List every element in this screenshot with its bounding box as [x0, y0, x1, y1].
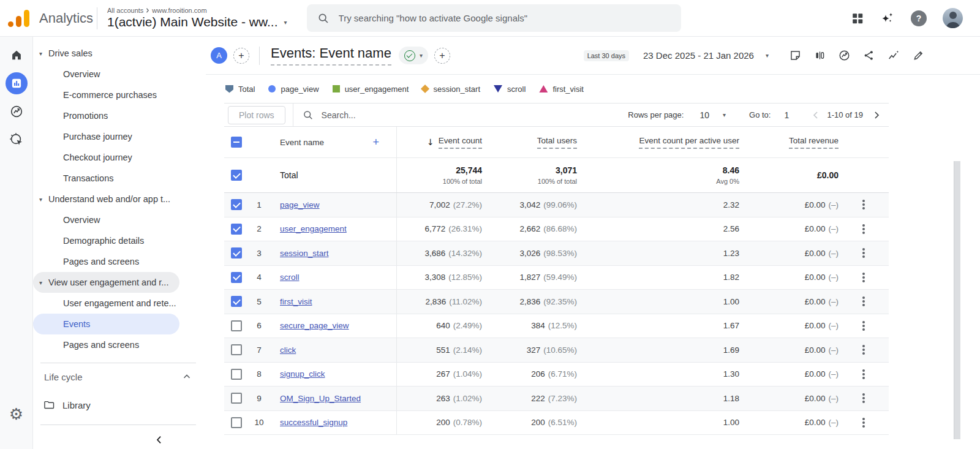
row-checkbox[interactable]: [231, 272, 242, 283]
row-checkbox[interactable]: [231, 417, 242, 428]
rail-settings-button[interactable]: ⚙: [9, 405, 23, 423]
row-checkbox[interactable]: [231, 393, 242, 404]
row-menu-kebab-icon[interactable]: [862, 300, 865, 303]
row-menu-kebab-icon[interactable]: [862, 349, 865, 351]
row-menu-kebab-icon[interactable]: [862, 228, 865, 230]
sidebar-item-overview[interactable]: Overview: [33, 209, 179, 230]
event-name-link[interactable]: page_view: [280, 200, 320, 209]
column-header-total-users[interactable]: Total users: [537, 136, 577, 149]
select-all-checkbox[interactable]: [231, 137, 242, 148]
expand-arrow-icon[interactable]: ▾: [33, 279, 48, 286]
sidebar-item-view-user-engagement-and-r[interactable]: ▾View user engagement and r...: [33, 272, 179, 293]
explore-icon[interactable]: [838, 49, 851, 62]
event-name-link[interactable]: successful_signup: [280, 418, 347, 427]
row-menu-kebab-icon[interactable]: [862, 325, 865, 327]
apps-grid-icon[interactable]: [851, 12, 864, 25]
event-name-link[interactable]: first_visit: [280, 297, 312, 306]
column-header-event-count[interactable]: Event count: [439, 136, 482, 149]
event-name-link[interactable]: scroll: [280, 273, 300, 282]
chevron-up-icon[interactable]: [181, 371, 192, 382]
row-checkbox[interactable]: [231, 344, 242, 355]
row-menu-kebab-icon[interactable]: [862, 421, 865, 424]
table-search-input[interactable]: [322, 110, 432, 120]
rail-home-button[interactable]: [6, 44, 28, 66]
global-search[interactable]: [307, 4, 681, 32]
report-status-badge[interactable]: ▾: [399, 47, 428, 64]
property-name[interactable]: 1(actvie) Main Website - ww...: [107, 15, 278, 29]
sidebar-item-transactions[interactable]: Transactions: [33, 168, 179, 189]
event-name-link[interactable]: secure_page_view: [280, 321, 349, 330]
total-row-checkbox[interactable]: [231, 170, 242, 181]
global-search-input[interactable]: [339, 13, 671, 23]
table-search[interactable]: [293, 104, 458, 126]
collapse-sidebar-icon[interactable]: [153, 434, 165, 446]
row-checkbox[interactable]: [231, 247, 242, 258]
help-icon[interactable]: ?: [911, 10, 927, 26]
sidebar-item-library[interactable]: Library: [33, 393, 206, 417]
event-name-link[interactable]: signup_click: [280, 369, 325, 379]
row-checkbox[interactable]: [231, 369, 242, 380]
gemini-sparkle-icon[interactable]: [880, 11, 895, 26]
rail-advertising-button[interactable]: [6, 129, 28, 151]
row-menu-kebab-icon[interactable]: [862, 373, 865, 375]
expand-arrow-icon[interactable]: ▾: [33, 50, 48, 57]
insights-icon[interactable]: [887, 49, 900, 62]
sidebar-item-drive-sales[interactable]: ▾Drive sales: [33, 43, 179, 64]
user-avatar[interactable]: [943, 8, 963, 28]
share-icon[interactable]: [862, 49, 875, 62]
row-checkbox[interactable]: [231, 296, 242, 307]
row-menu-kebab-icon[interactable]: [862, 203, 865, 206]
event-count-cell: 263(1.02%): [396, 387, 482, 410]
sidebar-item-user-engagement-and-rete[interactable]: User engagement and rete...: [33, 293, 179, 314]
column-header-event-count-per-active-user[interactable]: Event count per active user: [639, 136, 739, 149]
rail-explore-button[interactable]: [6, 100, 28, 123]
expand-arrow-icon[interactable]: ▾: [33, 196, 48, 203]
row-checkbox[interactable]: [231, 199, 242, 210]
comparison-icon[interactable]: [813, 49, 826, 62]
event-name-link[interactable]: session_start: [280, 249, 329, 258]
column-header-total-revenue[interactable]: Total revenue: [789, 136, 839, 149]
event-name-link[interactable]: OM_Sign_Up_Started: [280, 394, 361, 403]
table-row: 7click551(2.14%)327(10.65%)1.69£0.00(–): [224, 338, 889, 363]
vertical-scrollbar[interactable]: [954, 161, 960, 439]
breadcrumb-all-accounts[interactable]: All accounts: [107, 7, 143, 14]
chevron-right-icon: [144, 7, 151, 14]
previous-page-button[interactable]: [810, 109, 822, 121]
row-menu-kebab-icon[interactable]: [862, 276, 865, 279]
chevron-down-icon[interactable]: ▾: [284, 19, 287, 26]
breadcrumb-site[interactable]: www.frooition.com: [152, 7, 206, 14]
event-name-link[interactable]: click: [280, 345, 296, 355]
sidebar-item-events[interactable]: Events: [33, 314, 179, 334]
row-checkbox[interactable]: [231, 320, 242, 331]
sidebar-item-demographic-details[interactable]: Demographic details: [33, 230, 179, 251]
row-checkbox[interactable]: [231, 224, 242, 235]
edit-icon[interactable]: [912, 49, 925, 62]
next-page-button[interactable]: [870, 109, 883, 121]
add-tab-button[interactable]: +: [434, 48, 450, 64]
property-selector[interactable]: All accounts www.frooition.com 1(actvie)…: [102, 7, 287, 29]
row-menu-kebab-icon[interactable]: [862, 252, 865, 254]
chevron-down-icon[interactable]: ▾: [723, 111, 726, 118]
sidebar-item-checkout-journey[interactable]: Checkout journey: [33, 147, 179, 168]
sidebar-item-understand-web-and-or-app-t[interactable]: ▾Understand web and/or app t...: [33, 189, 179, 209]
add-comparison-button[interactable]: +: [233, 48, 249, 64]
sidebar-item-e-commerce-purchases[interactable]: E-commerce purchases: [33, 85, 179, 105]
column-header-event-name[interactable]: Event name: [280, 138, 324, 147]
sidebar-item-purchase-journey[interactable]: Purchase journey: [33, 126, 179, 147]
chevron-down-icon[interactable]: ▾: [766, 52, 769, 59]
plot-rows-button[interactable]: Plot rows: [228, 106, 285, 124]
sidebar-item-overview[interactable]: Overview: [33, 64, 179, 85]
sidebar-item-promotions[interactable]: Promotions: [33, 105, 179, 126]
goto-page-input[interactable]: [784, 110, 802, 120]
rail-reports-button[interactable]: [6, 72, 28, 94]
sidebar-item-pages-and-screens[interactable]: Pages and screens: [33, 251, 179, 272]
all-users-segment-chip[interactable]: A: [211, 47, 227, 64]
sidebar-item-pages-and-screens[interactable]: Pages and screens: [33, 334, 179, 355]
rows-per-page-select[interactable]: 10: [699, 110, 709, 120]
date-range-selector[interactable]: 23 Dec 2025 - 21 Jan 2026: [643, 50, 754, 61]
add-note-icon[interactable]: [789, 49, 802, 62]
row-menu-kebab-icon[interactable]: [862, 397, 865, 399]
collection-life-cycle[interactable]: Life cycle: [33, 363, 206, 390]
add-dimension-button[interactable]: +: [372, 136, 379, 149]
event-name-link[interactable]: user_engagement: [280, 224, 347, 233]
